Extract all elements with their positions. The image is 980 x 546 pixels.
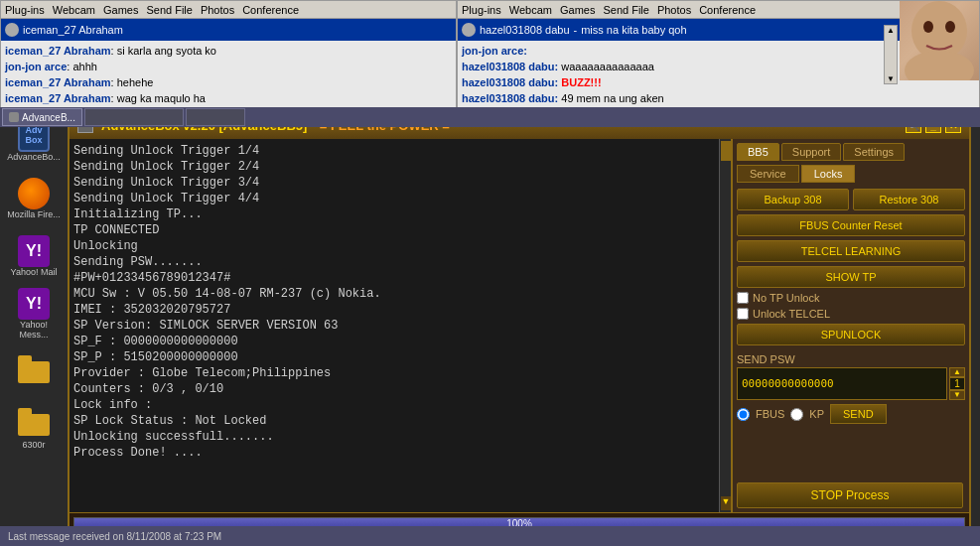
terminal-scrollbar[interactable]: ▼ (719, 139, 731, 512)
rtoolbar-photos[interactable]: Photos (657, 4, 691, 16)
telcel-learning-button[interactable]: TELCEL LEARNING (737, 240, 965, 262)
right-user-avatar-icon (462, 23, 476, 37)
user-avatar-icon (5, 23, 19, 37)
rtoolbar-webcam[interactable]: Webcam (509, 4, 552, 16)
yahoo-messenger-icon: Y! (18, 288, 50, 320)
no-tp-unlock-row: No TP Unlock (737, 292, 965, 304)
sidebar-label-yahoomessenger: Yahoo! Mess... (6, 320, 62, 340)
right-panel: BB5 Support Settings Service Locks Backu… (731, 139, 969, 512)
sidebar-label-6300r: 6300r (22, 440, 45, 450)
send-psw-section: SEND PSW ▲ 1 ▼ FBUS KP SEND (737, 353, 965, 428)
radio-options-row: FBUS KP SEND (737, 404, 965, 424)
rtoolbar-send-file[interactable]: Send File (603, 4, 648, 16)
taskbar-item-2[interactable] (84, 108, 184, 126)
scroll-bar[interactable]: ▲ ▼ (884, 25, 898, 84)
toolbar-send-file[interactable]: Send File (146, 4, 192, 16)
backup-308-button[interactable]: Backup 308 (737, 189, 849, 210)
avatar-placeholder (900, 1, 979, 80)
message-row: iceman_27 Abraham: si karla ang syota ko (5, 43, 452, 59)
taskbar: AdvanceB... (0, 107, 980, 127)
message-row: jon-jon arce: ahhh (5, 59, 452, 74)
toolbar-conference[interactable]: Conference (242, 4, 299, 16)
desktop-sidebar: AdvBox AdvanceBo... Mozilla Fire... Y! Y… (0, 109, 68, 546)
backup-restore-row: Backup 308 Restore 308 (737, 189, 965, 210)
show-tp-button[interactable]: SHOW TP (737, 266, 965, 288)
tab-bb5[interactable]: BB5 (737, 143, 779, 161)
terminal-line: SP Lock Status : Not Locked (73, 413, 715, 429)
panel-spacer (737, 428, 965, 482)
rtoolbar-conference[interactable]: Conference (699, 4, 756, 16)
send-button[interactable]: SEND (830, 404, 887, 424)
no-tp-unlock-checkbox[interactable] (737, 292, 749, 304)
sidebar-item-6300r[interactable]: 6300r (6, 401, 62, 457)
rtoolbar-games[interactable]: Games (560, 4, 595, 16)
terminal-line: Initializing TP... (73, 206, 715, 222)
sidebar-item-yahoomessenger[interactable]: Y! Yahoo! Mess... (6, 286, 62, 341)
sidebar-item-yahoomail[interactable]: Y! Yahoo! Mail (6, 228, 62, 284)
sub-tab-service[interactable]: Service (737, 165, 799, 183)
message-row: hazel031808 dabu: BUZZ!!! (462, 74, 975, 90)
sub-tabs: Service Locks (737, 165, 965, 183)
terminal-container: Sending Unlock Trigger 1/4Sending Unlock… (70, 139, 731, 512)
folder-icon-2 (18, 408, 50, 436)
fbus-radio[interactable] (737, 408, 750, 421)
terminal-line: Unlocking successfull....... (73, 429, 715, 445)
terminal-line: Process Done! .... (73, 445, 715, 461)
restore-308-button[interactable]: Restore 308 (853, 189, 965, 210)
message-row: jon-jon arce: (462, 43, 975, 59)
toolbar-games[interactable]: Games (103, 4, 138, 16)
kp-radio[interactable] (790, 408, 803, 421)
tab-settings[interactable]: Settings (843, 143, 905, 161)
message-row: hazel031808 dabu: waaaaaaaaaaaaaa (462, 59, 975, 74)
right-chat-window: Plug-ins Webcam Games Send File Photos C… (457, 0, 980, 109)
terminal-line: SP_F : 0000000000000000 (73, 334, 715, 349)
status-bar: Last message received on 8/11/2008 at 7:… (0, 526, 980, 546)
terminal-line: Sending Unlock Trigger 2/4 (73, 159, 715, 175)
terminal-line: SP_P : 5150200000000000 (73, 349, 715, 365)
sub-tab-locks[interactable]: Locks (801, 165, 856, 183)
psw-spinner: ▲ 1 ▼ (949, 367, 965, 400)
main-tabs: BB5 Support Settings (737, 143, 965, 161)
taskbar-item-3[interactable] (186, 108, 245, 126)
kp-label: KP (809, 408, 824, 420)
yahoo-mail-icon: Y! (18, 235, 50, 267)
taskbar-label-advancebox: AdvanceB... (22, 112, 75, 123)
right-chat-status-text: miss na kita baby qoh (581, 24, 686, 36)
terminal-line: Unlocking (73, 238, 715, 254)
taskbar-item-advancebox[interactable]: AdvanceB... (2, 108, 82, 126)
toolbar-photos[interactable]: Photos (201, 4, 234, 16)
toolbar-plugins[interactable]: Plug-ins (5, 4, 45, 16)
svg-point-2 (923, 21, 933, 33)
left-chat-username: iceman_27 Abraham (23, 24, 123, 36)
stop-process-button[interactable]: STOP Process (737, 482, 963, 508)
terminal-line: Provider : Globe Telecom;Philippines (73, 365, 715, 381)
sidebar-label-firefox: Mozilla Fire... (7, 209, 61, 219)
left-chat-messages: iceman_27 Abraham: si karla ang syota ko… (1, 41, 456, 108)
terminal-line: IMEI : 352032020795727 (73, 302, 715, 318)
unlock-telcel-row: Unlock TELCEL (737, 308, 965, 320)
sidebar-item-folder[interactable] (6, 343, 62, 399)
tab-support[interactable]: Support (781, 143, 842, 161)
psw-increment-button[interactable]: ▲ (949, 367, 965, 377)
right-chat-status: - (574, 24, 578, 36)
terminal-line: Sending Unlock Trigger 3/4 (73, 175, 715, 191)
unlock-telcel-checkbox[interactable] (737, 308, 749, 320)
svg-point-3 (945, 21, 955, 33)
user-photo (900, 1, 979, 80)
folder-icon (18, 355, 50, 383)
rtoolbar-plugins[interactable]: Plug-ins (462, 4, 501, 16)
terminal-output: Sending Unlock Trigger 1/4Sending Unlock… (70, 139, 719, 512)
status-text: Last message received on 8/11/2008 at 7:… (8, 531, 221, 542)
toolbar-webcam[interactable]: Webcam (53, 4, 95, 16)
svg-point-1 (905, 51, 974, 80)
send-psw-label: SEND PSW (737, 353, 965, 365)
send-psw-input[interactable] (737, 367, 947, 400)
terminal-line: TP CONNECTED (73, 222, 715, 238)
terminal-line: Lock info : (73, 397, 715, 413)
psw-decrement-button[interactable]: ▼ (949, 390, 965, 400)
terminal-scroll-thumb[interactable] (721, 141, 731, 161)
sidebar-item-firefox[interactable]: Mozilla Fire... (6, 171, 62, 226)
fbus-counter-reset-button[interactable]: FBUS Counter Reset (737, 214, 965, 236)
terminal-line: Sending Unlock Trigger 1/4 (73, 143, 715, 159)
spunlock-button[interactable]: SPUNLOCK (737, 324, 965, 345)
